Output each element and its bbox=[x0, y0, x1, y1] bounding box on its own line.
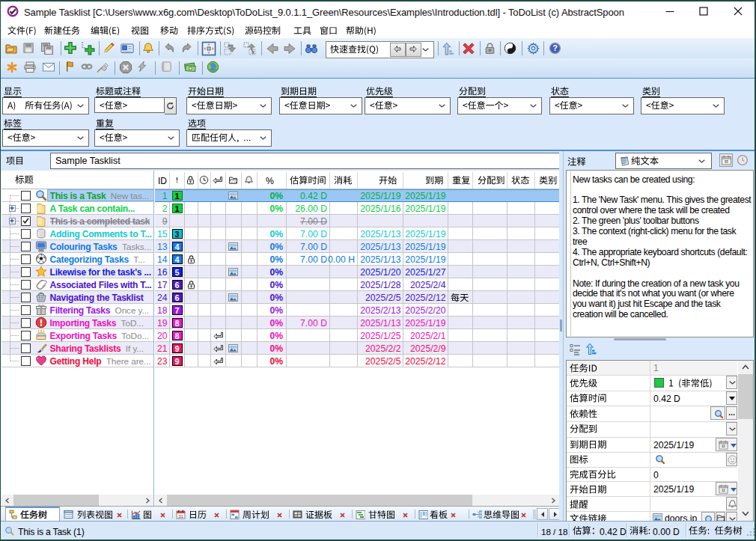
svg-text:31: 31 bbox=[178, 514, 183, 519]
svg-text:?: ? bbox=[552, 43, 558, 52]
